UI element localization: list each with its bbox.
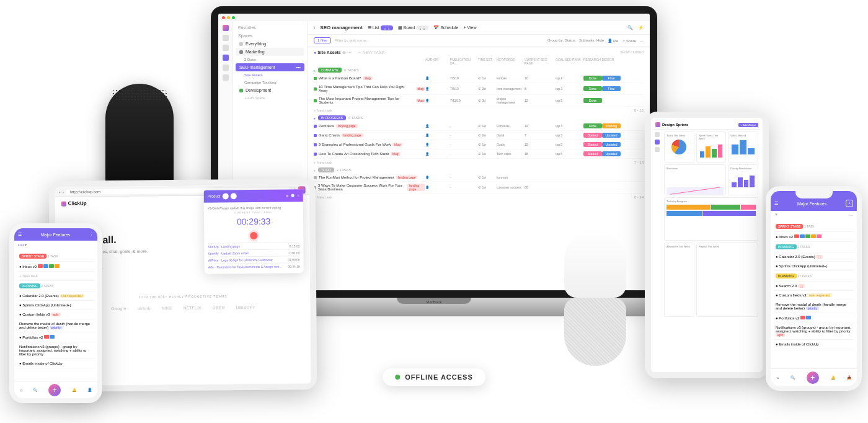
list-item[interactable]: ● Sprints ClickApp (Unlimited+) — [17, 301, 95, 310]
home-icon[interactable] — [223, 35, 229, 41]
star-icon[interactable]: ☆ — [297, 194, 299, 197]
forward-icon[interactable]: › — [63, 190, 64, 194]
clock-icon[interactable]: 🕐 — [291, 194, 294, 197]
new-task-link[interactable]: + NEW TASK — [359, 50, 385, 55]
search-icon[interactable]: 🔍 — [790, 375, 795, 380]
list-item[interactable]: ● Inbox v2 — [17, 262, 95, 272]
list-item[interactable]: ● Emails inside of ClickUp — [773, 340, 854, 349]
card-tasks-week[interactable]: Tasks This Week — [666, 134, 692, 137]
list-item[interactable]: Notifications v3 (groups) - group by imp… — [773, 323, 854, 340]
list-item[interactable]: ● Calendar 2.0 (Events) user requested — [17, 292, 95, 301]
group-planning-2[interactable]: PLANNING — [776, 274, 797, 278]
list-item[interactable]: Remove the modal of death (handle merge … — [17, 319, 95, 332]
back-icon[interactable]: ‹ — [314, 25, 315, 30]
view-list-tab[interactable]: ☰ List ⋮⋮ — [368, 25, 393, 30]
group-by[interactable]: Group by: Status — [547, 38, 575, 42]
inbox-icon[interactable]: 📥 — [847, 375, 851, 380]
filter-button[interactable]: 1 filter — [314, 37, 331, 43]
share-button[interactable]: ↗ Share — [622, 38, 636, 43]
sidebar-marketing[interactable]: Marketing — [236, 48, 304, 56]
add-icon[interactable]: + — [846, 200, 853, 207]
more-icon[interactable]: ⋮ — [89, 232, 94, 237]
dashboard-icon[interactable] — [655, 140, 660, 145]
card-tasks-assignee[interactable]: Tasks by Assignee — [666, 200, 756, 203]
table-row[interactable]: Portfolios landing page👤-⏱ 1wPortfolios1… — [314, 122, 644, 131]
menu-icon[interactable]: ☰ — [774, 201, 778, 206]
target-icon[interactable] — [223, 65, 229, 71]
list-item[interactable]: Remove the modal of death (handle merge … — [773, 300, 854, 313]
sidebar-docs[interactable]: 2 Docs — [236, 56, 304, 63]
clickup-logo-icon[interactable] — [655, 122, 660, 127]
search-icon[interactable]: 🔍 — [33, 388, 37, 392]
search-input[interactable]: Filter by task name... — [335, 38, 370, 42]
list-item[interactable]: ● Portfolios v2 — [17, 332, 95, 342]
group-badge[interactable]: COMPLETE — [318, 68, 342, 73]
sidebar-site-assets[interactable]: Site Assets — [236, 71, 304, 79]
new-task-link[interactable]: + New task — [314, 195, 332, 199]
list-item[interactable]: ● Custom fields v3 user requested — [773, 291, 854, 300]
table-row[interactable]: The Most Important Project Management Ti… — [314, 95, 644, 107]
view-board-tab[interactable]: ▦ Board ⋮⋮ — [398, 25, 429, 30]
collapse-icon[interactable]: ▸ — [314, 116, 316, 120]
bell-icon[interactable]: 🔔 — [72, 388, 76, 392]
list-item[interactable]: ● Sprints ClickApp (Unlimited+) — [773, 262, 854, 271]
list-item[interactable]: Notifications v3 (groups) - group by imp… — [17, 342, 95, 359]
group-sprint-stage[interactable]: SPRINT STAGE — [19, 254, 46, 259]
clickup-logo-icon[interactable] — [223, 25, 229, 31]
group-planning[interactable]: PLANNING — [776, 244, 797, 249]
list-item[interactable]: ● Custom fields v3 epic — [17, 310, 95, 319]
sidebar-favorites-heading[interactable]: Favorites — [236, 24, 304, 32]
add-button[interactable]: + — [48, 384, 61, 396]
sidebar-development[interactable]: Development — [236, 86, 304, 94]
home-icon[interactable]: ⌂ — [20, 388, 22, 392]
menu-icon[interactable]: ☰ — [18, 232, 22, 237]
card-sprint-points[interactable]: Sprint Points This Week — [699, 134, 724, 140]
subtasks-toggle[interactable]: Subtasks: Hide — [579, 38, 604, 42]
me-filter[interactable]: 👤 Me — [608, 38, 618, 43]
sidebar-seo-management[interactable]: SEO management••• — [236, 63, 304, 71]
bolt-icon[interactable]: ⚡ — [638, 25, 644, 30]
sidebar-campaign[interactable]: Campaign Tracking — [236, 79, 304, 86]
add-button[interactable]: + — [807, 372, 819, 384]
table-row[interactable]: What is a Kanban Board? blog👤7/5/19⏱ 1wk… — [314, 74, 644, 83]
table-row[interactable]: 10 Time Management Tips That Can Help Yo… — [314, 83, 644, 95]
sidebar-everything[interactable]: Everything — [236, 40, 304, 48]
edit-icon[interactable] — [223, 55, 229, 61]
list-item[interactable]: ● Search 2.0 ⬚ — [773, 282, 854, 291]
view-selector[interactable]: List ▾ — [14, 241, 97, 249]
collapse-icon[interactable]: ▸ — [314, 168, 316, 172]
list-item[interactable]: ● Portfolios v2 — [773, 313, 854, 323]
search-icon[interactable]: 🔍 — [627, 25, 633, 30]
timer-entry[interactable]: Arte - Reminders for Tasks/comments & As… — [208, 262, 300, 270]
list-item[interactable]: ● Inbox v2 — [773, 232, 854, 242]
card-alexander[interactable]: Alexander This Week — [666, 245, 692, 248]
timer-stop-button[interactable] — [248, 230, 259, 241]
new-task[interactable]: + New task — [17, 272, 95, 281]
bell-icon[interactable] — [655, 147, 660, 152]
grid-icon[interactable] — [223, 74, 229, 81]
group-badge[interactable]: TO DO — [318, 167, 334, 172]
add-widget-button[interactable]: + Add Widget — [738, 123, 758, 127]
add-view-button[interactable]: + View — [463, 25, 476, 30]
table-row[interactable]: 3 Ways To Make Customer Success Work For… — [314, 182, 644, 194]
more-icon[interactable]: ⋯ — [640, 38, 644, 43]
mail-icon[interactable]: ✉ — [286, 194, 288, 198]
list-item[interactable]: ● Emails inside of ClickUp — [17, 359, 95, 368]
table-row[interactable]: Gantt Charts landing page👤-⏱ 2wGantt7top… — [314, 131, 644, 140]
back-icon[interactable]: ‹ — [59, 190, 60, 194]
new-task-link[interactable]: + New task — [314, 161, 332, 164]
new-task-link[interactable]: + New task — [314, 109, 332, 112]
table-row[interactable]: The KonMari Method for Project Managemen… — [314, 174, 644, 182]
table-row[interactable]: 9 Examples of Professional Goals For Wor… — [314, 140, 644, 149]
card-priyesh[interactable]: Priyesh This Week — [699, 245, 756, 248]
bell-icon[interactable]: 🔔 — [831, 375, 835, 380]
home-icon[interactable] — [655, 132, 660, 137]
sidebar-add-space[interactable]: + Add Space — [236, 94, 304, 102]
group-badge[interactable]: IN PROGRESS — [318, 115, 346, 120]
more-icon[interactable]: ⋯ — [849, 213, 853, 217]
list-item[interactable]: ● Calendar 2.0 (Events) ⬚ — [773, 252, 854, 262]
bell-icon[interactable] — [223, 45, 229, 51]
profile-icon[interactable]: 👤 — [87, 388, 92, 392]
home-icon[interactable]: ⌂ — [776, 376, 779, 380]
group-planning[interactable]: PLANNING — [19, 283, 40, 288]
